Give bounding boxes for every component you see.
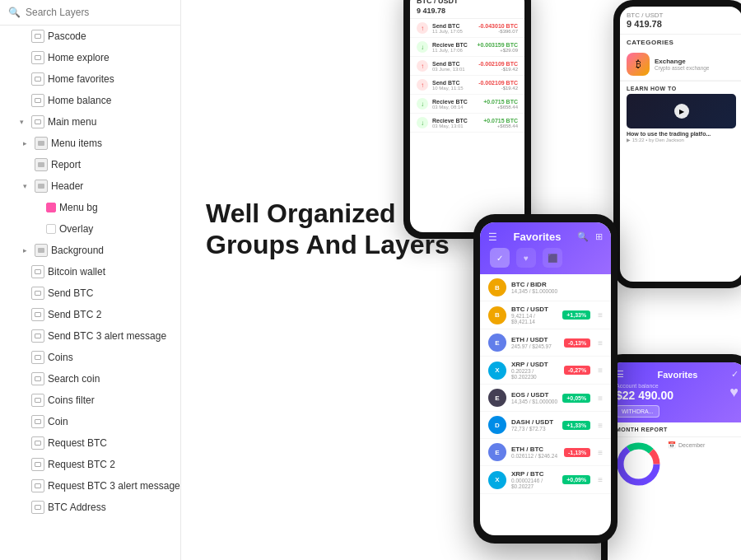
sidebar-item-overlay[interactable]: Overlay: [0, 218, 180, 240]
coin-icon: B: [488, 306, 506, 324]
sidebar-item-coins-filter[interactable]: Coins filter: [0, 390, 180, 411]
sidebar-item-send-btc-2[interactable]: Send BTC 2: [0, 304, 180, 325]
sidebar-item-header[interactable]: ▾Header: [0, 175, 180, 197]
screen-icon: [31, 351, 44, 364]
coin-item[interactable]: EEOS / USDT14,345 / $1.000000+0,05%≡: [480, 385, 611, 412]
withdraw-button[interactable]: WITHDRA...: [616, 405, 659, 418]
coin-item[interactable]: BBTC / USDT9,421.14 / $9,421.14+1,33%≡: [480, 301, 611, 329]
sidebar-item-request-btc-3[interactable]: Request BTC 3 alert message: [0, 475, 180, 497]
coin-menu-icon[interactable]: ≡: [598, 310, 603, 320]
phone-favorites: ☰ Favorites 🔍 ⊞ ✓ ♥ ⬛ BBTC / BIDR14,345 …: [473, 214, 618, 544]
coin-pair: DASH / USDT: [511, 418, 557, 426]
report-content: 📅 December: [608, 437, 741, 491]
sidebar-item-pascode[interactable]: Pascode: [0, 26, 180, 47]
screen-icon: [31, 479, 44, 492]
coin-menu-icon[interactable]: ≡: [598, 448, 603, 457]
tx-date: 10 May, 11:15: [432, 86, 474, 91]
sidebar-item-report[interactable]: Report: [0, 154, 180, 175]
sidebar-item-label: Menu bg: [59, 202, 98, 213]
sidebar-item-coin[interactable]: Coin: [0, 411, 180, 432]
tx-date: 03 June, 13:01: [432, 67, 474, 72]
screen-icon: [31, 30, 44, 43]
sidebar-item-label: Coin: [48, 416, 68, 427]
screen-icon: [31, 308, 44, 321]
coin-pair: XRP / USDT: [511, 361, 559, 368]
p1-price: 9 419.78: [417, 7, 518, 15]
sidebar-item-menu-bg[interactable]: Menu bg: [0, 197, 180, 218]
p2-search-icon: 🔍: [577, 231, 589, 242]
coin-menu-icon[interactable]: ≡: [598, 338, 603, 348]
folder-icon: [35, 158, 48, 171]
screen-icon: [31, 415, 44, 428]
folder-icon: [35, 137, 48, 150]
tab-chart[interactable]: ⬛: [543, 248, 562, 268]
transaction-item: ↑Send BTC11 July, 17:05-0.043010 BTC-$39…: [410, 19, 524, 38]
sidebar-item-coins[interactable]: Coins: [0, 347, 180, 368]
tx-btc-amount: -0.043010 BTC: [478, 23, 518, 29]
sidebar-item-home-explore[interactable]: Home explore: [0, 47, 180, 68]
tab-heart[interactable]: ♥: [516, 248, 536, 268]
sidebar-item-search-coin[interactable]: Search coin: [0, 368, 180, 390]
phones-area: BTC / USDT 9 419.78 ↑Send BTC11 July, 17…: [362, 0, 741, 560]
coin-item[interactable]: XXRP / BTC0.00002146 / $0.20227+0,09%≡: [480, 466, 611, 494]
sidebar-item-bitcoin-wallet[interactable]: Bitcoin wallet: [0, 261, 180, 282]
sidebar-item-btc-address[interactable]: BTC Address: [0, 497, 180, 518]
coin-menu-icon[interactable]: ≡: [598, 475, 603, 484]
coin-prices: 0.026112 / $246.24: [511, 453, 559, 459]
sidebar-item-label: Send BTC 3 alert message: [48, 330, 166, 342]
coin-menu-icon[interactable]: ≡: [598, 394, 603, 403]
tx-btc-amount: -0.002109 BTC: [478, 61, 518, 67]
sidebar-item-background[interactable]: ▸Background: [0, 240, 180, 261]
coin-menu-icon[interactable]: ≡: [598, 366, 603, 375]
sidebar-item-request-btc-2[interactable]: Request BTC 2: [0, 454, 180, 475]
category-exchange: ₿ Exchange Crypto asset exchange: [620, 49, 741, 81]
video-title: How to use the trading platfo...: [627, 131, 736, 137]
sidebar-item-label: Header: [51, 180, 83, 192]
coin-icon: X: [488, 471, 506, 489]
coin-item[interactable]: EETH / USDT245.97 / $245.97-0,13%≡: [480, 329, 611, 357]
coin-menu-icon[interactable]: ≡: [598, 421, 603, 430]
center-text: Well Organized Groups And Layers: [206, 198, 450, 261]
coin-icon: D: [488, 416, 506, 434]
search-input[interactable]: [26, 7, 172, 18]
learn-title: LEARN HOW TO: [627, 86, 736, 91]
sidebar-item-label: Request BTC 2: [48, 459, 115, 470]
search-icon: 🔍: [8, 7, 21, 18]
search-bar[interactable]: 🔍: [0, 0, 180, 26]
coin-item[interactable]: BBTC / BIDR14,345 / $1.000000: [480, 274, 611, 301]
tx-name: Send BTC: [432, 80, 474, 86]
coin-change-badge: +0,05%: [562, 394, 590, 403]
sidebar-item-request-btc[interactable]: Request BTC: [0, 432, 180, 454]
tx-btc-amount: +0.003159 BTC: [477, 42, 518, 48]
transaction-item: ↑Send BTC10 May, 11:15-0.002109 BTC-$19.…: [410, 76, 524, 95]
sidebar-item-send-btc-3[interactable]: Send BTC 3 alert message: [0, 325, 180, 347]
tab-checkmark[interactable]: ✓: [490, 248, 510, 268]
heading-line1: Well Organized: [206, 198, 396, 228]
coin-icon: E: [488, 334, 506, 352]
sidebar-item-home-balance[interactable]: Home balance: [0, 90, 180, 111]
coin-item[interactable]: EETH / BTC0.026112 / $246.24-1,13%≡: [480, 439, 611, 466]
sidebar-item-label: Overlay: [59, 223, 93, 235]
coin-icon: E: [488, 389, 506, 407]
sidebar-item-label: Request BTC: [48, 437, 107, 449]
tx-btc-amount: +0.0715 BTC: [483, 99, 518, 105]
coin-item[interactable]: XXRP / USDT0.20223 / $0.202230-0,27%≡: [480, 357, 611, 385]
heading: Well Organized Groups And Layers: [206, 198, 450, 261]
transaction-item: ↓Recieve BTC03 May, 13:01+0.0715 BTC+$65…: [410, 114, 524, 133]
play-button[interactable]: ▶: [674, 104, 689, 119]
sidebar-item-main-menu[interactable]: ▾Main menu: [0, 111, 180, 133]
tx-usd-amount: -$19.42: [478, 86, 518, 91]
sidebar-item-label: Bitcoin wallet: [48, 266, 105, 278]
coin-change-badge: +1,33%: [562, 310, 590, 320]
screen-icon: [31, 372, 44, 385]
coin-item[interactable]: DDASH / USDT72,73 / $72.73+1,33%≡: [480, 412, 611, 439]
sidebar-item-menu-items[interactable]: ▸Menu items: [0, 133, 180, 154]
screen-icon: [31, 436, 44, 450]
sidebar-item-send-btc[interactable]: Send BTC: [0, 282, 180, 304]
sidebar-item-home-favorites[interactable]: Home favorites: [0, 68, 180, 90]
recv-arrow: ↓: [417, 117, 428, 128]
screen-icon: [31, 287, 44, 300]
sidebar-item-label: Home balance: [48, 95, 111, 106]
screen-icon: [31, 51, 44, 64]
tx-usd-amount: -$19.42: [478, 67, 518, 72]
